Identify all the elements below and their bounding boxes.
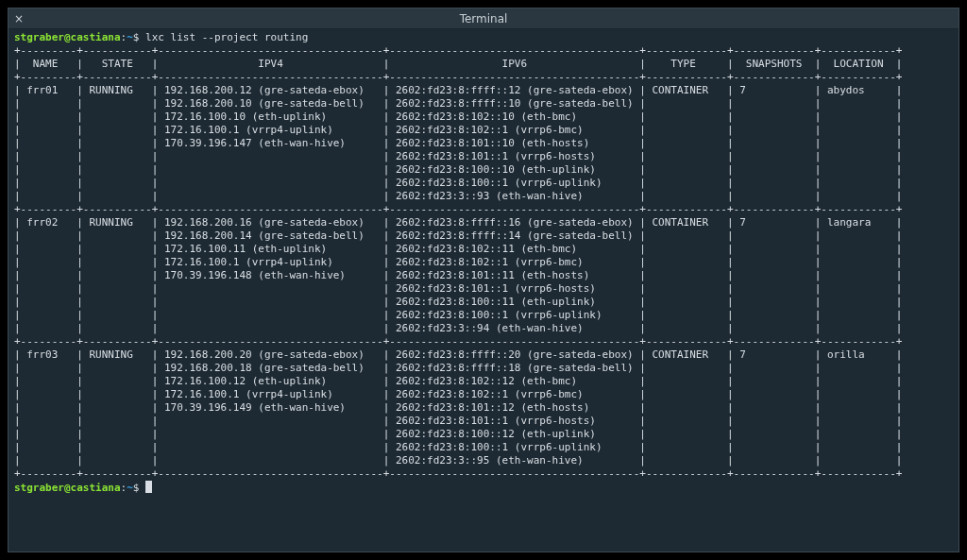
lxc-list-output: +---------+-----------+-----------------… — [14, 44, 902, 480]
prompt-sigil: $ — [133, 31, 145, 43]
prompt-userhost: stgraber@castiana — [14, 31, 121, 43]
titlebar[interactable]: × Terminal — [8, 8, 959, 29]
close-icon[interactable]: × — [8, 8, 29, 29]
prompt-sigil: $ — [133, 482, 145, 494]
prompt-cwd: ~ — [127, 31, 133, 43]
prompt-userhost: stgraber@castiana — [14, 482, 121, 494]
terminal-body[interactable]: stgraber@castiana:~$ lxc list --project … — [8, 29, 959, 552]
command-text: lxc list --project routing — [145, 31, 308, 43]
close-glyph: × — [14, 12, 24, 25]
window-title: Terminal — [8, 12, 959, 25]
prompt-cwd: ~ — [127, 482, 133, 494]
cursor — [145, 481, 152, 493]
terminal-window: × Terminal stgraber@castiana:~$ lxc list… — [8, 8, 959, 552]
